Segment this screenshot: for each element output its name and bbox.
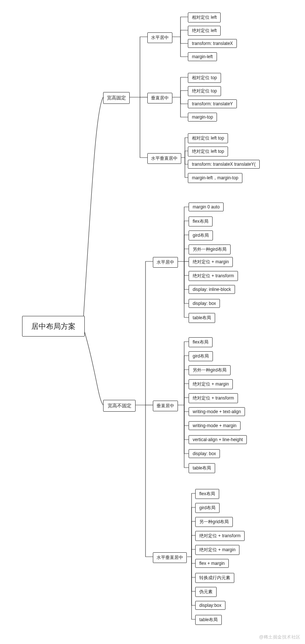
leaf: display:box <box>195 601 225 610</box>
leaf: 另一种grid布局 <box>195 517 233 527</box>
leaf: transform: translateX translateY( <box>188 160 260 169</box>
leaf: 相对定位 top <box>188 73 221 83</box>
unfixed-hv: 水平垂直居中 <box>153 552 187 563</box>
leaf: 绝对定位 + margin <box>195 545 239 555</box>
leaf: display: box <box>189 299 220 308</box>
fixed-h: 水平居中 <box>147 32 172 43</box>
leaf: flex + margin <box>195 559 229 568</box>
leaf: margin-left，margin-top <box>188 173 242 183</box>
leaf: 另外一种gird布局 <box>189 365 231 375</box>
leaf: 绝对定位 + transform <box>189 393 238 403</box>
leaf: margin-left <box>188 52 217 61</box>
leaf: table布局 <box>189 313 215 323</box>
leaf: 相对定位 left <box>188 13 221 22</box>
leaf: 相对定位 left top <box>188 133 228 143</box>
leaf: writing-mode + text-align <box>189 407 245 416</box>
leaf: 绝对定位 left top <box>188 147 228 156</box>
root-node: 居中布局方案 <box>22 316 85 337</box>
leaf: transform: translateY <box>188 99 237 108</box>
unfixed-h: 水平居中 <box>153 257 178 268</box>
leaf: table布局 <box>189 463 215 473</box>
leaf: vertical-align + line-height <box>189 435 247 444</box>
watermark: @稀土掘金技术社区 <box>259 634 301 640</box>
leaf: table布局 <box>195 615 222 625</box>
leaf: margin 0 auto <box>189 203 224 211</box>
branch-fixed: 宽高固定 <box>103 92 130 104</box>
leaf: display: box <box>189 449 220 458</box>
leaf: 绝对定位 + margin <box>189 379 233 389</box>
leaf: transform: translateX <box>188 39 237 48</box>
leaf: 绝对定位 left <box>188 26 221 36</box>
fixed-v: 垂直居中 <box>147 93 172 103</box>
leaf: gird布局 <box>189 230 213 240</box>
leaf: 转换成行内元素 <box>195 573 234 583</box>
leaf: gird布局 <box>189 351 213 361</box>
leaf: gird布局 <box>195 503 220 513</box>
unfixed-v: 垂直居中 <box>153 401 178 411</box>
leaf: display: inline-block <box>189 285 235 294</box>
leaf: margin-top <box>188 113 217 122</box>
leaf: 绝对定位 top <box>188 86 221 96</box>
branch-unfixed: 宽高不固定 <box>103 400 136 412</box>
leaf: 绝对定位 + margin <box>189 257 233 267</box>
leaf: 伪元素 <box>195 587 217 597</box>
leaf: 绝对定位 + transform <box>189 271 238 281</box>
leaf: 绝对定位 + transform <box>195 531 245 541</box>
fixed-hv: 水平垂直居中 <box>147 153 181 164</box>
leaf: writing-mode + margin <box>189 421 241 430</box>
leaf: 另外一种gird布局 <box>189 244 231 254</box>
leaf: flex布局 <box>195 489 219 499</box>
leaf: flex布局 <box>189 217 213 226</box>
leaf: flex布局 <box>189 337 213 347</box>
